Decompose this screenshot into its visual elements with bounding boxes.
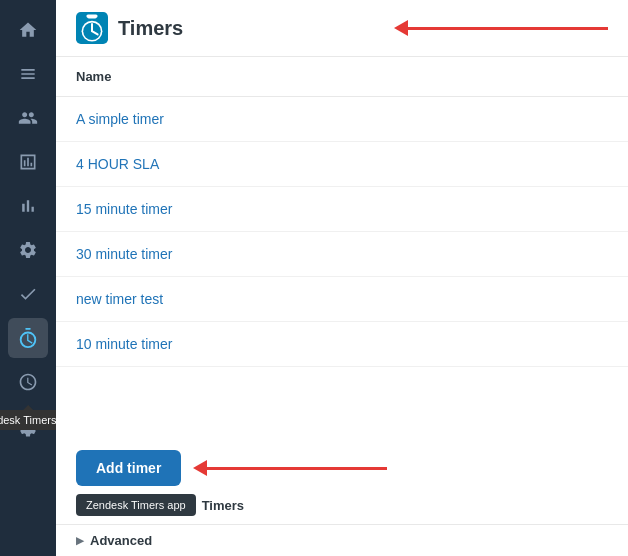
- zendesk-tooltip: Zendesk Timers app: [0, 410, 56, 430]
- page-header: Timers: [56, 0, 628, 57]
- arrow-tip-add: [193, 460, 207, 476]
- sidebar-item-users[interactable]: [8, 98, 48, 138]
- sidebar-item-analytics[interactable]: [8, 186, 48, 226]
- timers-tooltip-label: Timers: [202, 498, 244, 513]
- arrow-tip-header: [394, 20, 408, 36]
- timer-link-1[interactable]: A simple timer: [76, 111, 164, 127]
- arrow-header: [394, 20, 608, 36]
- table-row: A simple timer: [56, 97, 628, 142]
- page-title: Timers: [118, 17, 183, 40]
- add-timer-button[interactable]: Add timer: [76, 450, 181, 486]
- table-row: 15 minute timer: [56, 187, 628, 232]
- sidebar-item-views[interactable]: [8, 54, 48, 94]
- timer-link-5[interactable]: new timer test: [76, 291, 163, 307]
- arrow-add-timer: [193, 460, 387, 476]
- timer-link-6[interactable]: 10 minute timer: [76, 336, 172, 352]
- advanced-section: ▶ Advanced: [56, 524, 628, 556]
- advanced-toggle[interactable]: ▶ Advanced: [76, 533, 608, 548]
- sidebar-item-home[interactable]: [8, 10, 48, 50]
- table-row: 30 minute timer: [56, 232, 628, 277]
- sidebar-item-clock[interactable]: Zendesk Timers app: [8, 362, 48, 402]
- sidebar-item-timers[interactable]: [8, 318, 48, 358]
- table-column-header: Name: [56, 57, 628, 97]
- advanced-label: Advanced: [90, 533, 152, 548]
- svg-rect-0: [25, 328, 31, 330]
- timers-table: Name A simple timer 4 HOUR SLA 15 minute…: [56, 57, 628, 434]
- timer-link-4[interactable]: 30 minute timer: [76, 246, 172, 262]
- main-content: Timers Name A simple timer 4 HOUR SLA 15…: [56, 0, 628, 556]
- sidebar: Zendesk Timers app: [0, 0, 56, 556]
- sidebar-item-check[interactable]: [8, 274, 48, 314]
- sidebar-item-settings[interactable]: [8, 230, 48, 270]
- chevron-right-icon: ▶: [76, 535, 84, 546]
- arrow-line-add: [207, 467, 387, 470]
- table-row: 10 minute timer: [56, 322, 628, 367]
- svg-rect-6: [86, 14, 97, 17]
- zendesk-timers-tooltip: Zendesk Timers app: [76, 494, 196, 516]
- table-row: new timer test: [56, 277, 628, 322]
- sidebar-item-reporting[interactable]: [8, 142, 48, 182]
- add-timer-section: Add timer Zendesk Timers app Timers: [56, 434, 628, 524]
- timers-icon: [76, 12, 108, 44]
- timer-link-2[interactable]: 4 HOUR SLA: [76, 156, 159, 172]
- table-row: 4 HOUR SLA: [56, 142, 628, 187]
- arrow-line-header: [408, 27, 608, 30]
- timer-link-3[interactable]: 15 minute timer: [76, 201, 172, 217]
